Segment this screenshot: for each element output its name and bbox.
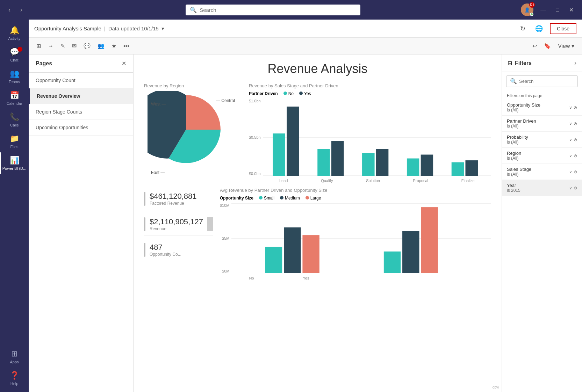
filter-item-year[interactable]: Year is 2015 ∨ ⊘ [502,180,582,196]
bar2-no-medium [284,227,301,273]
globe-button[interactable]: 🌐 [532,23,546,34]
filter-header-partner-driven: Partner Driven is (All) ∨ ⊘ [507,118,577,129]
filter-item-partner-driven[interactable]: Partner Driven is (All) ∨ ⊘ [502,116,582,132]
bar-solution-yes [376,149,388,176]
clear-6[interactable]: ⊘ [574,186,577,190]
pages-title: Pages [36,60,52,67]
kpi-cards-section: $461,120,881 Factored Revenue $2,110,905… [144,188,213,273]
filter-item-sales-stage[interactable]: Sales Stage is (All) ∨ ⊘ [502,164,582,180]
y-label-0bn: $0.0bn [249,172,261,176]
sidebar-item-chat[interactable]: 💬 Chat [0,44,29,66]
page-item-revenue-overview[interactable]: Revenue Overview [29,88,133,104]
maximize-button[interactable]: □ [553,5,562,14]
nav-back-button[interactable]: ‹ [6,5,13,15]
help-icon: ❓ [10,371,19,380]
left-sidebar: 🔔 Activity 💬 Chat 👥 Teams 📅 Calendar 📞 C… [0,20,29,392]
filters-header: ⊟ Filters › [502,55,582,72]
clear-3[interactable]: ⊘ [574,137,577,142]
sidebar-item-apps[interactable]: ⊞ Apps [0,346,29,368]
sidebar-item-powerbi[interactable]: 📊 Power BI (D... [0,152,29,174]
clear-4[interactable]: ⊘ [574,153,577,158]
comment-button[interactable]: 💬 [81,41,93,51]
online-indicator [530,13,533,16]
sidebar-item-calls[interactable]: 📞 Calls [0,109,29,131]
global-search-box[interactable]: 🔍 [186,5,360,15]
legend-no: No [283,91,294,96]
bar-chart2-section: Avg Revenue by Partner Driven and Opport… [220,188,491,273]
sidebar-item-files[interactable]: 📁 Files [0,131,29,152]
bar-chart2-y-axis: $10M $5M $0M [220,203,232,273]
bar-chart1-bars: Lead Qualify Solution Proposal Finalize [263,99,491,176]
filter-value-5: is (All) [507,172,531,177]
toolbar-chevron[interactable]: ▾ [161,26,164,32]
chevron-1: ∨ [569,105,572,110]
y-label-0-5bn: $0.5bn [249,135,261,139]
clear-1[interactable]: ⊘ [574,105,577,110]
filter-label-group-4: Region is (All) [507,151,521,161]
more-options-button[interactable]: ••• [121,42,131,51]
filters-expand-button[interactable]: › [574,59,576,67]
bar2-no-small [265,247,282,273]
view-button[interactable]: View ▾ [556,41,576,51]
bar-chart1-legend: Partner Driven No Yes [249,91,491,96]
kpi-card-content-2: $2,110,905,127 Revenue [150,217,203,231]
page-item-region-stage[interactable]: Region Stage Counts [29,104,133,120]
window-close-button[interactable]: ✕ [566,5,576,15]
sidebar-item-teams[interactable]: 👥 Teams [0,66,29,87]
activity-icon: 🔔 [10,26,19,35]
watermark: obvi [493,385,499,389]
nav-forward-button[interactable]: › [17,5,25,15]
filter-actions-6: ∨ ⊘ [569,186,577,190]
bar2-yes-medium [403,231,419,273]
filters-search-input[interactable] [519,79,574,84]
bar2-no-large [303,235,319,273]
pie-label-east: East — [151,170,165,175]
bar-finalize-yes [465,160,478,176]
charts-bottom-row: $461,120,881 Factored Revenue $2,110,905… [144,188,491,273]
teams-share-button[interactable]: 👥 [95,41,107,51]
filter-item-region[interactable]: Region is (All) ∨ ⊘ [502,148,582,164]
arrow-button[interactable]: → [46,42,56,51]
page-item-opportunity-count[interactable]: Opportunity Count [29,73,133,88]
mail-button[interactable]: ✉ [70,41,79,51]
clear-2[interactable]: ⊘ [574,121,577,126]
star-button[interactable]: ★ [109,41,118,51]
page-item-upcoming[interactable]: Upcoming Opportunities [29,120,133,136]
bookmark-button[interactable]: 🔖 [542,41,553,51]
filter-item-probability[interactable]: Probability is (All) ∨ ⊘ [502,132,582,148]
filters-search-box[interactable]: 🔍 [506,75,578,87]
filters-search-icon: 🔍 [510,78,517,85]
minimize-button[interactable]: — [538,5,549,14]
chevron-4: ∨ [569,153,572,158]
filter-label-3: Probability [507,135,528,140]
grid-view-button[interactable]: ⊞ [34,41,43,51]
sidebar-item-label-calls: Calls [10,123,19,127]
clear-5[interactable]: ⊘ [574,169,577,174]
filter-label-6: Year [507,183,520,188]
pages-panel: Pages ✕ Opportunity Count Revenue Overvi… [29,55,134,392]
refresh-button[interactable]: ↻ [517,23,528,34]
sidebar-item-help[interactable]: ❓ Help [0,368,29,389]
top-toolbar: Opportunity Analysis Sample | Data updat… [29,20,582,38]
sidebar-item-activity[interactable]: 🔔 Activity [0,22,29,44]
pages-close-button[interactable]: ✕ [122,60,126,67]
main-content: Pages ✕ Opportunity Count Revenue Overvi… [29,55,582,392]
filter-item-opportunity-size[interactable]: Opportunity Size is (All) ∨ ⊘ [502,100,582,116]
sidebar-item-calendar[interactable]: 📅 Calendar [0,87,29,109]
filter-icon: ⊟ [508,60,512,66]
content-area: Opportunity Analysis Sample | Data updat… [29,20,582,392]
filter-actions-3: ∨ ⊘ [569,137,577,142]
kpi-value-1: $461,120,881 [150,192,197,201]
filter-header-sales-stage: Sales Stage is (All) ∨ ⊘ [507,167,577,177]
undo-button[interactable]: ↩ [530,41,539,51]
edit-button[interactable]: ✎ [58,41,67,51]
filter-actions-2: ∨ ⊘ [569,121,577,126]
powerbi-icon: 📊 [10,156,19,165]
bar-chart1-y-axis: $1.0bn $0.5bn $0.0bn [249,99,263,176]
bar-lead-yes [287,107,299,176]
global-search-input[interactable] [200,7,356,13]
bar-finalize-no [451,162,464,176]
filter-value-3: is (All) [507,140,528,145]
close-report-button[interactable]: Close [550,23,576,34]
sidebar-item-label-files: Files [10,145,18,149]
